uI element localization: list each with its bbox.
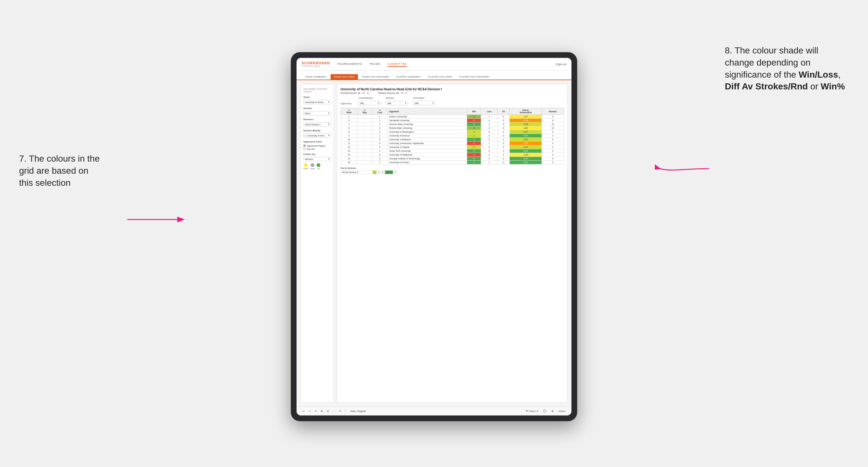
tab-team-h2h-grid[interactable]: TEAM H2H GRID xyxy=(331,74,358,80)
comment-btn[interactable]: 💬 xyxy=(542,409,547,413)
cell-reg: - xyxy=(357,157,372,161)
out-div-rounds: 3 xyxy=(393,170,397,174)
main-content: Last Updated: 27/03/2024 16:55:38 Team U… xyxy=(297,80,571,407)
table-row: 10 - 5 University of Alabama 3 0 0 2.61 … xyxy=(341,138,564,142)
cell-tie: 0 xyxy=(497,142,510,145)
cell-conf: 1 xyxy=(372,115,388,119)
gender-dropdown[interactable]: Men's ▾ xyxy=(303,111,331,116)
out-div-table: NCAA Division II 1 0 0 26.00 3 xyxy=(340,170,397,174)
cell-win: 1 xyxy=(467,130,481,134)
opponent-dropdown[interactable]: (All) ▾ xyxy=(413,101,435,105)
cell-rounds: 9 xyxy=(541,115,564,119)
radio-opponents-played[interactable]: Opponents Played xyxy=(303,145,331,147)
col-tie: Tie xyxy=(497,108,510,115)
undo-btn[interactable]: ↩ xyxy=(302,409,306,413)
tab-team-summary[interactable]: TEAM SUMMARY xyxy=(302,74,330,80)
opponent-view-options: Opponents Played Top 100 xyxy=(303,145,331,150)
cell-conf: 2 xyxy=(372,126,388,130)
cell-tie: 0 xyxy=(497,157,510,161)
cell-loss: 1 xyxy=(481,122,497,126)
tab-player-h2h-heatmap[interactable]: PLAYER H2H HEATMAP xyxy=(456,74,493,80)
opponents-filter-label: Opponents: xyxy=(340,102,352,105)
cell-conf: 1 xyxy=(372,122,388,126)
logo: SCOREBOARD Powered by clippd xyxy=(302,61,330,67)
tab-team-h2h-heatmap[interactable]: TEAM H2H HEATMAP xyxy=(359,74,392,80)
cell-diff: 2.33 xyxy=(510,145,541,149)
conference-filter: Conference (All) ▾ xyxy=(358,97,380,105)
cell-opponent: Vanderbilt University xyxy=(388,119,467,122)
table-body: 2 - 1 Auburn University 2 1 0 1.67 9 3 2… xyxy=(341,115,564,164)
cell-loss: 0 xyxy=(481,138,497,142)
zoom-out-btn[interactable]: ⊟ xyxy=(326,409,330,413)
school-rank-dropdown[interactable]: 1. University of Nort... ▾ xyxy=(303,133,331,138)
cell-rounds: 8 xyxy=(541,119,564,122)
tab-player-h2h-grid[interactable]: PLAYER H2H GRID xyxy=(425,74,455,80)
view-label[interactable]: View: Original xyxy=(350,410,366,413)
conference-dropdown[interactable]: (All) ▾ xyxy=(358,101,380,105)
cell-diff: 2.28 xyxy=(510,122,541,126)
cell-rank: 13 xyxy=(341,149,358,153)
cell-tie: 0 xyxy=(497,138,510,142)
grid-title: University of North Carolina Head-to-Hea… xyxy=(340,88,564,91)
nav-teams[interactable]: TEAMS xyxy=(369,61,380,67)
region-filter: Region (All) ▾ xyxy=(385,97,408,105)
cell-opponent: University of Arkansas, Fayetteville xyxy=(388,142,467,145)
more-btn[interactable]: ··· xyxy=(332,409,336,413)
team-dropdown[interactable]: University of North... ▾ xyxy=(303,100,331,104)
share-btn[interactable]: Share xyxy=(558,409,566,413)
nav-committee[interactable]: COMMITTEE xyxy=(387,61,407,67)
radio-top100[interactable]: Top 100 xyxy=(303,148,331,150)
cell-diff: 6.62 xyxy=(510,161,541,164)
gender-label: Gender xyxy=(303,107,331,110)
sign-out[interactable]: | Sign out xyxy=(555,63,566,66)
grid-btn[interactable]: ⊞ xyxy=(551,409,555,413)
tab-player-summary[interactable]: PLAYER SUMMARY xyxy=(393,74,424,80)
legend-level-dot xyxy=(311,163,314,167)
col-diff: Diff AvStrokes/Rnd xyxy=(510,108,541,115)
cell-rank: 9 xyxy=(341,134,358,138)
cell-rank: 3 xyxy=(341,119,358,122)
cell-win: 5 xyxy=(467,122,481,126)
cell-opponent: Texas Tech University xyxy=(388,149,467,153)
out-of-division-label: Out of division xyxy=(340,167,564,169)
arrow-left xyxy=(124,213,188,227)
colour-by-label: Colour by xyxy=(303,153,331,156)
toolbar-sep-1 xyxy=(345,409,345,413)
left-panel: Last Updated: 27/03/2024 16:55:38 Team U… xyxy=(300,84,334,403)
redo-btn[interactable]: ↪ xyxy=(308,409,312,413)
filter-row: Opponents: Conference (All) ▾ Region (Al… xyxy=(340,97,564,105)
nav-tournaments[interactable]: TOURNAMENTS xyxy=(337,61,362,67)
app-header: SCOREBOARD Powered by clippd TOURNAMENTS… xyxy=(297,58,571,71)
colour-by-dropdown[interactable]: Win/loss ▾ xyxy=(303,157,331,161)
cell-conf: 6 xyxy=(372,142,388,145)
table-row: 16 - 2 University of Florida 3 1 0 6.62 … xyxy=(341,161,564,164)
table-row: 15 - 4 Georgia Institute of Technology 5… xyxy=(341,157,564,161)
cell-tie: 0 xyxy=(497,122,510,126)
cell-tie: 0 xyxy=(497,149,510,153)
tablet-frame: SCOREBOARD Powered by clippd TOURNAMENTS… xyxy=(291,52,577,421)
table-row: 4 - 1 Arizona State University 5 1 0 2.2… xyxy=(341,122,564,126)
refresh-btn[interactable]: ↻ xyxy=(314,409,318,413)
watch-btn[interactable]: 👁 Watch ▾ xyxy=(525,409,539,413)
zoom-in-btn[interactable]: ⊞ xyxy=(320,409,324,413)
col-reg: #Reg xyxy=(357,108,372,115)
cell-win: 1 xyxy=(467,134,481,138)
region-dropdown[interactable]: (All) ▾ xyxy=(385,101,408,105)
cell-diff: 3.67 xyxy=(510,130,541,134)
cell-win: 0 xyxy=(467,142,481,145)
division-dropdown[interactable]: NCAA Division I ▾ xyxy=(303,122,331,127)
cell-opponent: University of Arizona xyxy=(388,134,467,138)
colour-legend: Down Level Up xyxy=(303,163,331,169)
table-row: 3 2 Vanderbilt University 0 4 0 -2.29 8 xyxy=(341,119,564,122)
sub-nav: TEAM SUMMARY TEAM H2H GRID TEAM H2H HEAT… xyxy=(297,71,571,80)
cell-rank: 8 xyxy=(341,130,358,134)
col-opponent: Opponent xyxy=(388,108,467,115)
timer-btn[interactable]: ⏱ xyxy=(338,409,342,413)
out-of-division: Out of division NCAA Division II 1 0 0 2… xyxy=(340,167,564,174)
table-row: 14 - 5 University of Oklahoma 1 2 0 -1.0… xyxy=(341,153,564,157)
legend-down-dot xyxy=(304,163,308,167)
cell-diff: 1.83 xyxy=(510,126,541,130)
cell-rank: 12 xyxy=(341,145,358,149)
cell-tie: 0 xyxy=(497,130,510,134)
cell-rank: 2 xyxy=(341,115,358,119)
